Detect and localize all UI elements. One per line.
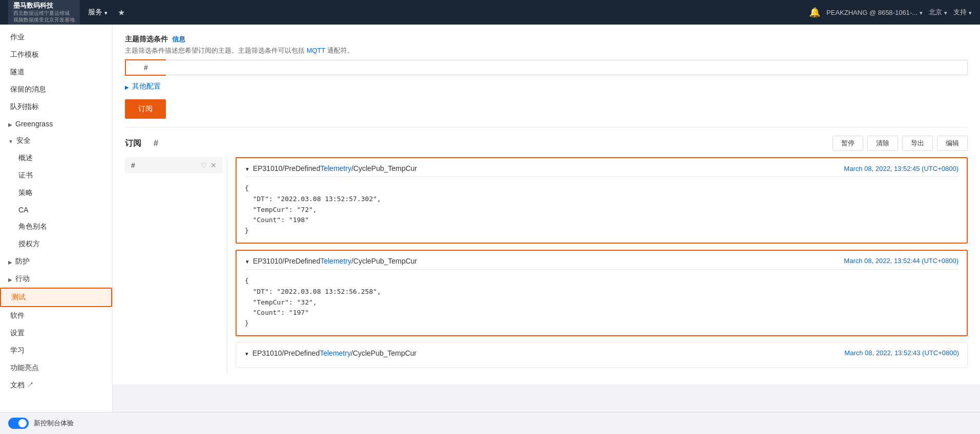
sidebar-item-settings[interactable]: 设置 [0,324,112,342]
topnav-right: 🔔 PEAKZHANG @ 8658-1061-... 北京 支持 [809,7,972,18]
message-body: { "DT": "2022.03.08 13:52:56.258", "Temp… [245,274,958,329]
sidebar-item-docs[interactable]: 文档 ↗ [0,377,112,394]
sidebar-label: 授权方 [18,240,40,249]
bell-icon[interactable]: 🔔 [809,7,820,18]
sidebar-item-work-template[interactable]: 工作模板 [0,46,112,63]
message-header: EP31010/PreDefinedTelemetry/CyclePub_Tem… [244,349,959,357]
favorites-icon[interactable]: ★ [118,8,125,17]
message-topic: EP31010/PreDefinedTelemetry/CyclePub_Tem… [245,164,417,172]
region-dropdown-arrow [944,9,947,16]
sidebar-label: 队列指标 [10,102,39,112]
subscribe-button-wrapper: 订阅 [125,99,968,119]
clear-button[interactable]: 清除 [867,136,898,151]
sidebar-label: Greengrass [15,120,53,128]
sidebar-label: 隧道 [10,68,25,77]
msg-topic-text: EP31010/PreDefinedTelemetry/CyclePub_Tem… [252,349,417,357]
region-label: 北京 [929,8,942,17]
service-dropdown-arrow [104,8,108,16]
sidebar-item-action[interactable]: 行动 [0,270,112,288]
edit-button[interactable]: 编辑 [937,136,968,151]
message-topic: EP31010/PreDefinedTelemetry/CyclePub_Tem… [245,257,417,265]
main-inner: 主题筛选条件 信息 主题筛选条件描述您希望订阅的主题。主题筛选条件可以包括 MQ… [113,25,980,384]
user-label: PEAKZHANG @ 8658-1061-... [826,9,918,16]
sidebar-item-security[interactable]: 安全 [0,132,112,149]
topic-input-row: # [125,59,968,76]
sidebar-item-certificate[interactable]: 证书 [0,167,112,184]
msg-topic-text: EP31010/PreDefinedTelemetry/CyclePub_Tem… [253,257,417,265]
info-link[interactable]: 信息 [172,35,185,44]
topic-input[interactable] [166,60,968,75]
message-time: March 08, 2022, 13:52:44 (UTC+0800) [844,257,958,265]
topic-filter-title: 主题筛选条件 [125,35,168,44]
support-dropdown-arrow [969,9,972,16]
sub-topic-name: # [131,161,135,169]
service-label: 服务 [88,8,102,17]
subscribe-sidebar: # ♡ ✕ [125,157,227,374]
sidebar-item-features[interactable]: 功能亮点 [0,359,112,377]
sidebar-item-queue-indicator[interactable]: 队列指标 [0,98,112,116]
topnav: 墨马数码科技 西北数据运维宁夏运维城 视频数据接受北京开发基地 服务 ★ 🔔 P… [0,0,980,25]
separator [245,269,958,270]
sidebar-label: 功能亮点 [10,363,39,373]
sidebar-item-greengrass[interactable]: Greengrass [0,116,112,132]
layout: 作业 工作模板 隧道 保留的消息 队列指标 Greengrass 安全 概述 证… [0,25,980,412]
logo: 墨马数码科技 西北数据运维宁夏运维城 视频数据接受北京开发基地 [8,0,80,25]
subscribe-button[interactable]: 订阅 [125,99,166,119]
sidebar-item-authorizer[interactable]: 授权方 [0,235,112,253]
sidebar-item-protection[interactable]: 防护 [0,253,112,270]
heart-icon[interactable]: ♡ [201,161,207,169]
sidebar-label: 测试 [11,293,26,302]
service-menu[interactable]: 服务 [88,8,108,17]
messages-area: EP31010/PreDefinedTelemetry/CyclePub_Tem… [227,157,968,374]
region-menu[interactable]: 北京 [929,8,947,17]
sidebar-item-tunnel[interactable]: 隧道 [0,63,112,81]
sidebar-item-policy[interactable]: 策略 [0,184,112,202]
subscribe-panel-actions: 暂停 清除 导出 编辑 [833,136,968,151]
sidebar-item-homework[interactable]: 作业 [0,29,112,46]
topic-filter-section: 主题筛选条件 信息 主题筛选条件描述您希望订阅的主题。主题筛选条件可以包括 MQ… [125,35,968,119]
other-config-arrow [125,82,129,91]
sidebar-label: 工作模板 [10,50,39,59]
other-config-label: 其他配置 [132,82,161,91]
mqtt-link[interactable]: MQTT [307,47,326,54]
message-time: March 08, 2022, 13:52:43 (UTC+0800) [844,349,959,357]
message-card: EP31010/PreDefinedTelemetry/CyclePub_Tem… [236,342,968,368]
support-menu[interactable]: 支持 [953,8,972,17]
export-button[interactable]: 导出 [902,136,933,151]
sub-topic-actions: ♡ ✕ [201,161,217,169]
sidebar-item-role-alias[interactable]: 角色别名 [0,218,112,235]
expand-arrow-icon[interactable] [245,257,250,265]
toggle-row: 新控制台体验 [0,412,980,434]
expand-arrow-icon[interactable] [245,164,250,172]
subscribe-panel: 订阅 # 暂停 清除 导出 编辑 # [125,127,968,374]
support-label: 支持 [953,8,967,17]
sidebar-label: 学习 [10,346,25,355]
chevron-right-icon [8,257,12,266]
subscribe-panel-left: 订阅 # [125,138,158,149]
subscribe-layout: # ♡ ✕ [125,157,968,374]
sidebar-label: 保留的消息 [10,85,46,94]
sidebar-label: 安全 [16,136,31,145]
sidebar-item-overview[interactable]: 概述 [0,149,112,167]
message-time: March 08, 2022, 13:52:45 (UTC+0800) [844,165,958,172]
sidebar-label: 软件 [10,311,25,320]
other-config-toggle[interactable]: 其他配置 [125,82,968,91]
expand-arrow-icon[interactable] [244,349,249,357]
message-body: { "DT": "2022.03.08 13:52:57.302", "Temp… [245,181,958,236]
user-menu[interactable]: PEAKZHANG @ 8658-1061-... [826,9,923,16]
toggle-switch[interactable] [8,418,29,429]
close-icon[interactable]: ✕ [210,161,217,169]
chevron-right-icon [8,275,12,283]
sidebar-item-ca[interactable]: CA [0,202,112,218]
subscribe-section-topic: # [154,139,158,148]
sidebar-label: 概述 [18,154,33,163]
sidebar-item-software[interactable]: 软件 [0,307,112,324]
sidebar-label: 角色别名 [18,222,47,231]
message-header: EP31010/PreDefinedTelemetry/CyclePub_Tem… [245,164,958,172]
chevron-right-icon [8,120,12,128]
sidebar-label: 防护 [15,257,30,266]
pause-button[interactable]: 暂停 [833,136,863,151]
sidebar-item-saved-msg[interactable]: 保留的消息 [0,81,112,98]
sidebar-item-test[interactable]: 测试 [0,288,112,307]
sidebar-item-learning[interactable]: 学习 [0,342,112,359]
